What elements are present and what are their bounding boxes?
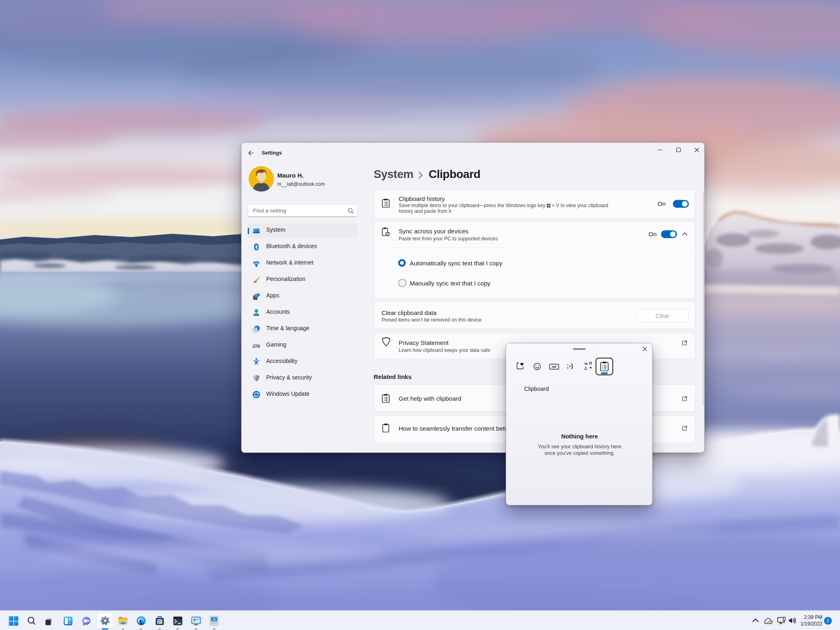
svg-text:%: % [584,361,588,366]
svg-text:△: △ [584,365,588,370]
svg-text:A: A [213,617,216,621]
svg-text:GIF: GIF [552,365,557,369]
